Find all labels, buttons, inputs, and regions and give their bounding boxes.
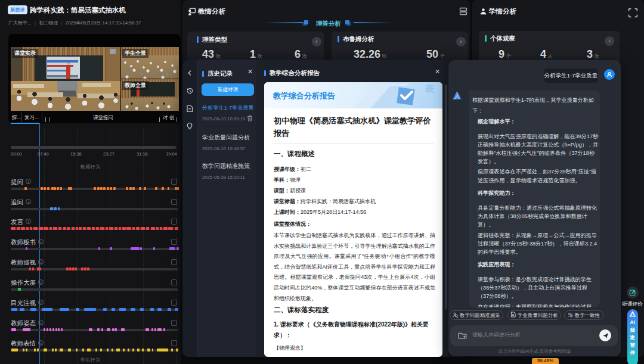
- svg-text:表: 表: [425, 83, 435, 94]
